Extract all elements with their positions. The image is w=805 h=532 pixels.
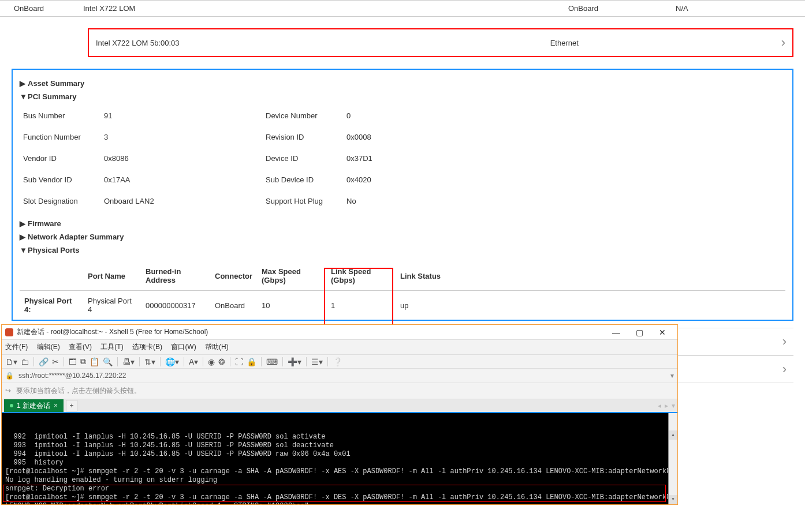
port-name-value: Physical Port 4 <box>83 291 141 320</box>
xshell-titlebar[interactable]: 新建会话 - root@localhost:~ - Xshell 5 (Free… <box>2 325 677 340</box>
physical-ports-table: Port Name Burned-in Address Connector Ma… <box>20 261 785 320</box>
separator <box>230 357 230 366</box>
properties-icon[interactable]: 🗔 <box>69 357 77 366</box>
menu-view[interactable]: 查看(V) <box>69 343 92 351</box>
separator <box>261 357 262 366</box>
col-blank <box>20 261 83 291</box>
triangle-right-icon: ▶ <box>20 219 28 228</box>
separator <box>184 357 184 366</box>
separator <box>327 357 328 366</box>
asset-summary-toggle[interactable]: ▶Asset Summary <box>20 77 785 90</box>
print-icon[interactable]: 🖶▾ <box>122 357 135 366</box>
xshell-title: 新建会话 - root@localhost:~ - Xshell 5 (Free… <box>17 327 605 337</box>
globe-icon[interactable]: 🌐▾ <box>165 357 179 366</box>
triangle-down-icon: ▼ <box>20 246 28 254</box>
col-name: Intel X722 LOM <box>83 4 568 13</box>
port-row-label: Physical Port 4: <box>20 291 83 320</box>
vendor-id-label: Vendor ID <box>23 154 104 163</box>
transfer-icon[interactable]: ⇅▾ <box>144 357 155 366</box>
xshell-menubar: 文件(F) 编辑(E) 查看(V) 工具(T) 选项卡(B) 窗口(W) 帮助(… <box>2 340 677 355</box>
dropdown-icon[interactable]: ▾ <box>670 372 674 380</box>
col-max-speed: Max Speed (Gbps) <box>257 261 326 291</box>
triangle-right-icon: ▶ <box>20 233 28 241</box>
separator <box>64 357 64 366</box>
separator <box>117 357 118 366</box>
function-number-value: 3 <box>104 133 266 141</box>
maximize-button[interactable]: ▢ <box>628 328 651 337</box>
separator <box>306 357 307 366</box>
lock-icon: 🔒 <box>5 372 14 380</box>
support-hot-plug-value: No <box>346 197 462 205</box>
separator <box>160 357 161 366</box>
col-burned-in: Burned-in Address <box>141 261 210 291</box>
add-window-icon[interactable]: ➕▾ <box>288 357 301 366</box>
layout-icon[interactable]: ☰▾ <box>311 357 323 366</box>
device-id-value: 0x37D1 <box>346 154 462 163</box>
sub-device-id-value: 0x4020 <box>346 175 462 184</box>
menu-window[interactable]: 窗口(W) <box>171 343 196 351</box>
slot-designation-value: Onboard LAN2 <box>104 197 266 205</box>
adapter-port-name: Intel X722 LOM 5b:00:03 <box>96 39 550 47</box>
separator <box>139 357 140 366</box>
separator <box>282 357 283 366</box>
lock-icon[interactable]: 🔒 <box>247 357 256 366</box>
color-icon[interactable]: ◉ <box>208 357 215 366</box>
about-icon[interactable]: ❔ <box>333 357 342 366</box>
pci-summary-toggle[interactable]: ▼PCI Summary <box>20 90 785 103</box>
bus-number-label: Bus Number <box>23 111 104 120</box>
support-hot-plug-label: Support Hot Plug <box>266 197 346 205</box>
col-slot: OnBoard <box>14 4 83 13</box>
device-number-value: 0 <box>346 111 462 120</box>
ports-header-row: Port Name Burned-in Address Connector Ma… <box>20 261 785 291</box>
link-status-value: up <box>396 291 785 320</box>
close-button[interactable]: ✕ <box>651 328 674 337</box>
slot-designation-label: Slot Designation <box>23 197 104 205</box>
adapter-port-row[interactable]: Intel X722 LOM 5b:00:03 Ethernet › <box>88 28 793 57</box>
menu-file[interactable]: 文件(F) <box>5 343 28 351</box>
font-icon[interactable]: A▾ <box>189 357 198 366</box>
col-port-name: Port Name <box>83 261 141 291</box>
adapter-summary-row: OnBoard Intel X722 LOM OnBoard N/A <box>0 0 805 17</box>
firmware-toggle[interactable]: ▶Firmware <box>20 217 785 230</box>
find-icon[interactable]: 🔍 <box>103 357 113 366</box>
disconnect-icon[interactable]: ✂ <box>52 357 59 366</box>
menu-help[interactable]: 帮助(H) <box>205 343 229 351</box>
burned-in-value: 000000000317 <box>141 291 210 320</box>
separator <box>203 357 203 366</box>
reconnect-icon[interactable]: 🔗 <box>39 357 49 366</box>
adapter-detail-panel: ▶Asset Summary ▼PCI Summary Bus Number 9… <box>12 69 793 321</box>
triangle-down-icon: ▼ <box>20 92 28 101</box>
separator <box>33 357 34 366</box>
sub-vendor-id-value: 0x17AA <box>104 175 266 184</box>
physical-ports-toggle[interactable]: ▼Physical Ports <box>20 243 785 257</box>
open-icon[interactable]: 🗀 <box>21 357 29 366</box>
connector-value: OnBoard <box>210 291 257 320</box>
new-session-icon[interactable]: 🗋▾ <box>5 357 17 366</box>
sub-vendor-id-label: Sub Vendor ID <box>23 175 104 184</box>
pci-summary-grid: Bus Number 91 Device Number 0 Function N… <box>20 103 785 217</box>
fullscreen-icon[interactable]: ⛶ <box>235 357 243 366</box>
menu-edit[interactable]: 编辑(E) <box>37 343 60 351</box>
bus-number-value: 91 <box>104 111 266 120</box>
chevron-right-icon: › <box>781 35 785 50</box>
help-icon[interactable]: ❂ <box>218 357 225 366</box>
minimize-button[interactable]: — <box>605 328 628 337</box>
device-id-label: Device ID <box>266 154 346 163</box>
table-row: Physical Port 4: Physical Port 4 0000000… <box>20 291 785 320</box>
sub-device-id-label: Sub Device ID <box>266 175 346 184</box>
menu-tools[interactable]: 工具(T) <box>100 343 123 351</box>
address-input[interactable] <box>17 371 670 380</box>
paste-icon[interactable]: 📋 <box>90 357 99 366</box>
adapter-port-type: Ethernet <box>550 39 781 47</box>
device-number-label: Device Number <box>266 111 346 120</box>
col-connector: Connector <box>210 261 257 291</box>
network-adapter-summary-toggle[interactable]: ▶Network Adapter Summary <box>20 230 785 243</box>
menu-tab[interactable]: 选项卡(B) <box>132 343 162 351</box>
col-status: N/A <box>676 4 791 13</box>
max-speed-value: 10 <box>257 291 326 320</box>
xshell-addressbar: 🔒 ▾ <box>2 369 677 383</box>
keyboard-icon[interactable]: ⌨ <box>266 357 278 366</box>
chevron-right-icon: › <box>782 334 787 349</box>
copy-icon[interactable]: ⧉ <box>80 357 86 366</box>
triangle-right-icon: ▶ <box>20 79 28 88</box>
